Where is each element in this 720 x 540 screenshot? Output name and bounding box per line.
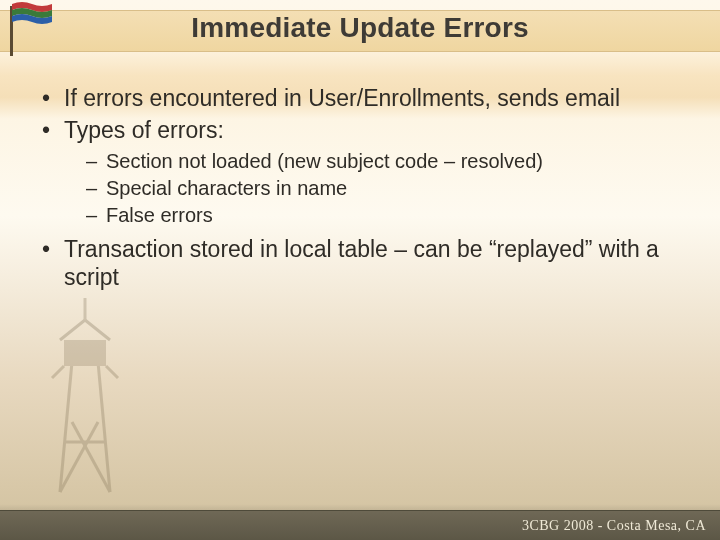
bullet-item: Transaction stored in local table – can …	[36, 235, 684, 291]
slide-title: Immediate Update Errors	[191, 12, 529, 44]
watchtower-graphic	[30, 292, 140, 502]
sub-bullet-item: Section not loaded (new subject code – r…	[64, 148, 684, 175]
svg-line-7	[106, 366, 118, 378]
svg-rect-5	[64, 340, 106, 366]
svg-line-6	[52, 366, 64, 378]
bullet-item: Types of errors: Section not loaded (new…	[36, 116, 684, 229]
sub-bullet-item: Special characters in name	[64, 175, 684, 202]
bullet-text: Transaction stored in local table – can …	[64, 236, 659, 290]
bullet-text: Types of errors:	[64, 117, 224, 143]
bullet-list: If errors encountered in User/Enrollment…	[36, 84, 684, 291]
conference-logo	[0, 0, 52, 58]
slide-footer: 3CBG 2008 - Costa Mesa, CA	[0, 510, 720, 540]
sub-bullet-item: False errors	[64, 202, 684, 229]
bullet-item: If errors encountered in User/Enrollment…	[36, 84, 684, 112]
slide-header: Immediate Update Errors	[0, 0, 720, 56]
slide-body: If errors encountered in User/Enrollment…	[0, 56, 720, 291]
sub-bullet-list: Section not loaded (new subject code – r…	[64, 148, 684, 229]
footer-text: 3CBG 2008 - Costa Mesa, CA	[522, 518, 706, 534]
bullet-text: If errors encountered in User/Enrollment…	[64, 85, 620, 111]
